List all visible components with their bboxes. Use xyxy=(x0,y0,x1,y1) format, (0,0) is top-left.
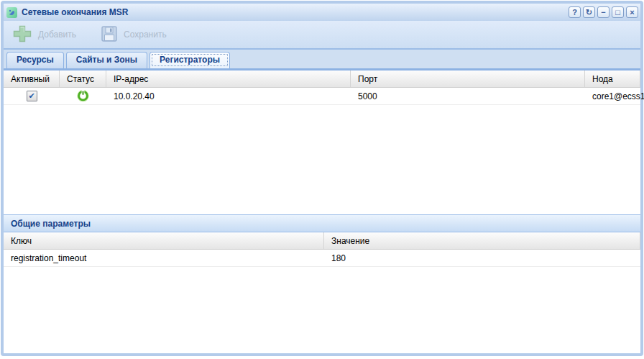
column-header-port[interactable]: Порт xyxy=(351,71,585,87)
column-header-key[interactable]: Ключ xyxy=(4,232,324,249)
save-button-label: Сохранить xyxy=(124,29,167,40)
check-icon: ✔ xyxy=(28,92,34,100)
ip-cell: 10.0.20.40 xyxy=(106,91,351,101)
table-row[interactable]: registration_timeout 180 xyxy=(4,250,640,267)
active-checkbox[interactable]: ✔ xyxy=(27,91,37,101)
tab-bar: Ресурсы Сайты и Зоны Регистраторы xyxy=(4,50,640,71)
toolbar: Добавить Сохранить xyxy=(4,21,640,50)
msr-window: Сетевые окончания MSR ? ↻ − □ × Добавить xyxy=(1,1,643,356)
minimize-button[interactable]: − xyxy=(597,6,610,18)
plus-icon xyxy=(12,24,32,45)
params-section-header: Общие параметры xyxy=(4,215,640,232)
params-section-title: Общие параметры xyxy=(11,219,91,229)
active-cell: ✔ xyxy=(4,91,60,101)
window-title: Сетевые окончания MSR xyxy=(22,7,128,17)
params-grid: Ключ Значение registration_timeout 180 xyxy=(4,232,640,353)
help-button[interactable]: ? xyxy=(569,6,581,18)
params-grid-header: Ключ Значение xyxy=(4,232,640,250)
column-header-value[interactable]: Значение xyxy=(324,232,640,249)
refresh-button[interactable]: ↻ xyxy=(583,6,595,18)
tab-resources[interactable]: Ресурсы xyxy=(6,52,64,68)
param-value-cell: 180 xyxy=(324,253,640,263)
power-on-icon xyxy=(77,89,89,104)
status-cell xyxy=(60,89,106,104)
tab-sites-zones[interactable]: Сайты и Зоны xyxy=(66,52,147,68)
app-icon xyxy=(6,7,17,18)
node-cell: core1@ecss1 xyxy=(585,91,644,101)
table-row[interactable]: ✔ 10.0.20.40 5000 core1@ecss1 xyxy=(4,88,640,105)
add-button-label: Добавить xyxy=(38,29,76,40)
registrars-grid-header: Активный Статус IP-адрес Порт Нода xyxy=(4,71,640,88)
column-header-status[interactable]: Статус xyxy=(60,71,106,87)
param-key-cell: registration_timeout xyxy=(4,253,324,263)
column-header-node[interactable]: Нода xyxy=(585,71,640,87)
window-titlebar[interactable]: Сетевые окончания MSR ? ↻ − □ × xyxy=(4,4,640,21)
column-header-ip[interactable]: IP-адрес xyxy=(106,71,351,87)
save-icon xyxy=(101,25,118,45)
maximize-button[interactable]: □ xyxy=(612,6,624,18)
window-controls: ? ↻ − □ × xyxy=(569,6,638,18)
port-cell: 5000 xyxy=(351,91,585,101)
registrars-grid: Активный Статус IP-адрес Порт Нода ✔ xyxy=(4,71,640,215)
close-button[interactable]: × xyxy=(626,6,638,18)
tab-registrars[interactable]: Регистраторы xyxy=(150,52,230,68)
save-button[interactable]: Сохранить xyxy=(93,24,174,45)
add-button[interactable]: Добавить xyxy=(5,24,83,45)
column-header-active[interactable]: Активный xyxy=(4,71,60,87)
